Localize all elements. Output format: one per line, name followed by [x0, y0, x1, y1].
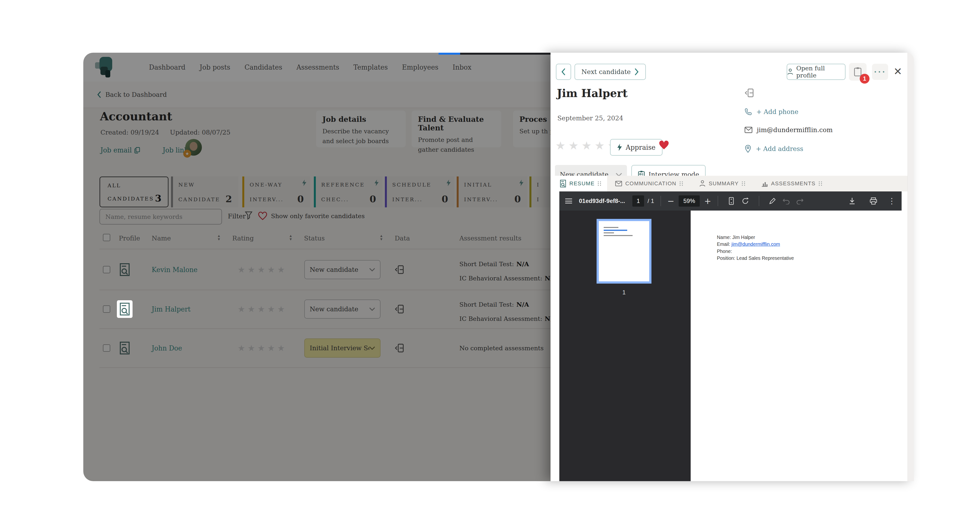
browser-progress-strip-blue: [439, 53, 460, 55]
candidate-email-row: jim@dundermifflin.com: [745, 126, 833, 134]
candidate-name-heading: Jim Halpert: [557, 87, 627, 99]
data-export-icon[interactable]: [745, 88, 754, 98]
map-pin-icon: [745, 145, 751, 153]
rotate-icon[interactable]: [741, 197, 749, 205]
add-phone-link[interactable]: + Add phone: [745, 108, 799, 115]
candidate-date: September 25, 2024: [557, 115, 623, 122]
pdf-thumbnail-pane: 1: [559, 210, 690, 481]
zoom-in-button[interactable]: +: [704, 196, 711, 206]
annotate-pen-icon[interactable]: [769, 197, 776, 205]
tab-communication[interactable]: COMMUNICATION: [607, 176, 691, 191]
doc-email-link[interactable]: jim@dundermifflin.com: [732, 241, 780, 247]
redo-icon: [796, 198, 803, 204]
candidate-email: jim@dundermifflin.com: [757, 126, 833, 134]
tab-assessments[interactable]: ASSESSMENTS: [753, 176, 830, 191]
lightning-icon: [617, 143, 622, 151]
panel-tab-bar: RESUME COMMUNICATION SUMMARY ASSESSMENTS: [554, 176, 907, 191]
person-icon: [787, 68, 793, 75]
envelope-icon: [615, 181, 622, 186]
favorite-heart-icon-active[interactable]: [658, 140, 670, 150]
candidate-detail-panel: Next candidate Open full profile 1 ••• ✕…: [550, 53, 914, 481]
page-number-input[interactable]: 1: [632, 195, 644, 207]
phone-icon: [745, 108, 752, 115]
drag-handle-icon[interactable]: [819, 182, 822, 186]
next-candidate-button[interactable]: Next candidate: [574, 64, 646, 80]
doc-position-line: Position: Lead Sales Representative: [717, 255, 794, 261]
doc-email-line: Email: jim@dundermifflin.com: [717, 241, 780, 247]
page-count: / 1: [648, 198, 654, 204]
fit-to-page-icon[interactable]: [728, 197, 735, 205]
print-icon[interactable]: [870, 197, 877, 205]
pdf-filename: 01ed93df-9ef8-...: [579, 198, 625, 204]
pdf-page-thumbnail[interactable]: [597, 219, 651, 284]
envelope-icon: [745, 127, 752, 133]
download-icon[interactable]: [848, 197, 856, 205]
zoom-out-button[interactable]: −: [667, 196, 675, 206]
tab-resume[interactable]: RESUME: [554, 176, 607, 191]
pdf-page[interactable]: Name: Jim Halper Email: jim@dundermiffli…: [690, 210, 902, 481]
add-address-link[interactable]: + Add address: [745, 145, 803, 153]
drag-handle-icon[interactable]: [679, 182, 683, 186]
open-full-profile-button[interactable]: Open full profile: [787, 64, 845, 80]
doc-phone-line: Phone:: [717, 249, 732, 254]
screen: Dashboard Job posts Candidates Assessmen…: [0, 0, 980, 526]
browser-progress-strip-dark: [460, 53, 550, 55]
resume-icon: [560, 180, 566, 188]
chevron-left-icon: [561, 68, 566, 75]
resume-preview-icon-active[interactable]: [118, 301, 132, 317]
notification-badge: 1: [860, 74, 870, 84]
pdf-viewer: 01ed93df-9ef8-... 1 / 1 − 59% +: [559, 191, 902, 481]
doc-name-line: Name: Jim Halper: [717, 234, 755, 240]
kebab-menu-icon[interactable]: ⋮: [888, 196, 896, 206]
close-icon[interactable]: ✕: [894, 65, 902, 78]
drag-handle-icon[interactable]: [598, 182, 601, 186]
bar-chart-icon: [762, 180, 768, 187]
appraise-button[interactable]: Appraise: [610, 139, 662, 156]
zoom-level[interactable]: 59%: [679, 195, 700, 207]
undo-icon: [783, 198, 790, 204]
menu-icon[interactable]: [565, 199, 572, 204]
clipboard-tasks-button[interactable]: 1: [849, 63, 867, 81]
more-actions-button[interactable]: •••: [872, 64, 888, 80]
drag-handle-icon[interactable]: [742, 182, 745, 186]
pdf-toolbar: 01ed93df-9ef8-... 1 / 1 − 59% +: [559, 191, 902, 210]
person-icon: [699, 180, 706, 187]
panel-scrollbar[interactable]: [907, 53, 914, 481]
previous-candidate-button[interactable]: [556, 64, 571, 80]
tab-summary[interactable]: SUMMARY: [691, 176, 754, 191]
chevron-right-icon: [634, 68, 639, 75]
thumbnail-page-number: 1: [597, 289, 651, 296]
